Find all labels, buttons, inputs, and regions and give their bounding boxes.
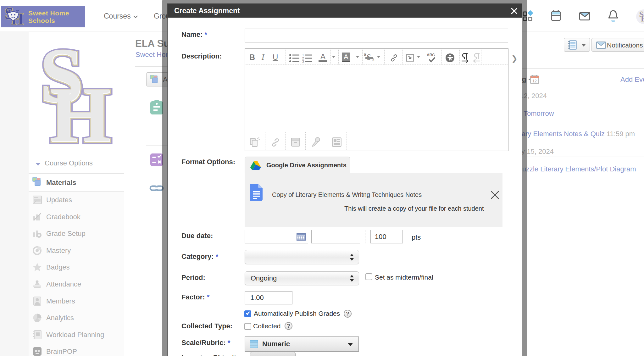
svg-text:H: H [50,71,111,152]
svg-text:3: 3 [302,60,304,63]
svg-text:H: H [641,14,644,23]
svg-text:12: 12 [532,79,537,83]
svg-text:ABC: ABC [427,53,435,57]
